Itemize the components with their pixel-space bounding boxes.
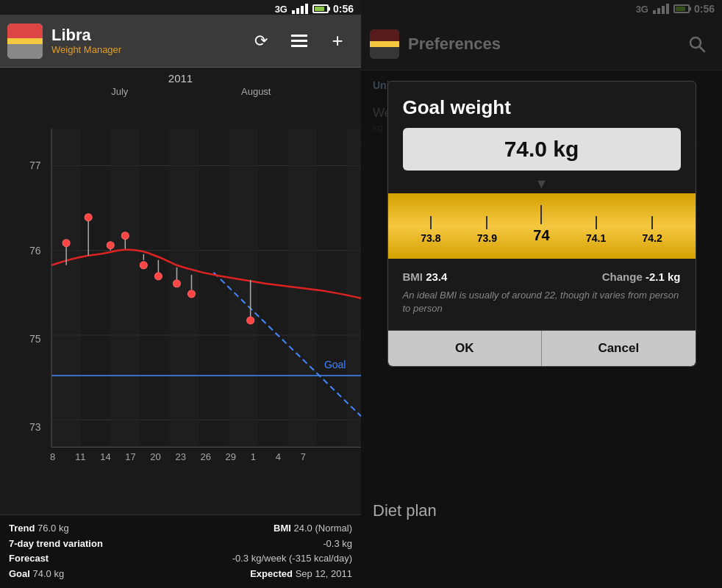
svg-text:76: 76 [29,245,41,257]
signal-bars-left [292,4,308,14]
goal-stat: Goal 74.0 kg [9,567,64,582]
forecast-stat: Forecast [9,551,49,567]
dialog-arrow: ▼ [388,176,696,192]
svg-point-25 [107,242,114,249]
tick-73-9: 73.9 [477,216,497,244]
chart-months: July August [0,86,361,97]
tick-73-8: 73.8 [421,216,440,244]
svg-text:17: 17 [125,451,135,462]
list-button[interactable] [283,25,315,57]
tick-label-3: 74 [533,227,549,244]
week-value: -0.3 kg [323,537,352,552]
svg-text:11: 11 [75,451,85,462]
svg-point-27 [121,232,129,240]
dialog-bmi-section: BMI 23.4 Change -2.1 kg An ideal BMI is … [388,259,696,321]
svg-point-33 [173,280,180,287]
svg-point-31 [154,273,162,280]
app-icon [7,24,43,59]
month-july: July [51,86,188,97]
svg-text:73: 73 [29,421,41,433]
slider-ticks: 73.8 73.9 74 74.1 [388,205,696,244]
tick-74: 74 [533,205,549,244]
bmi-note: An ideal BMI is usually of around 22, th… [403,289,681,315]
goal-weight-dialog: Goal weight 74.0 kg ▼ 73.8 73.9 [387,81,696,367]
bmi-item: BMI 23.4 [403,270,448,283]
tick-mark-1 [430,216,432,229]
app-title-group: Libra Weight Manager [51,26,245,55]
svg-text:1: 1 [251,451,256,462]
ok-button[interactable]: OK [388,331,543,366]
diet-plan-label: Diet plan [361,492,722,529]
svg-text:23: 23 [175,451,185,462]
dialog-buttons: OK Cancel [388,330,696,366]
app-header: Libra Weight Manager ⟳ + [0,15,361,68]
network-label-left: 3G [275,4,287,15]
chart-svg: 77 76 75 73 Goal [0,97,361,514]
add-button[interactable]: + [321,25,354,57]
svg-text:14: 14 [100,451,110,462]
stats-row-1: Trend 76.0 kg BMI 24.0 (Normal) [9,521,352,537]
svg-rect-1 [291,40,307,42]
tick-label-5: 74.2 [643,232,662,244]
dialog-title: Goal weight [388,82,696,128]
trend-stat: Trend 76.0 kg [9,521,69,537]
svg-text:77: 77 [29,159,41,171]
svg-rect-11 [51,129,81,445]
tick-label-2: 73.9 [477,232,497,244]
stats-bar: Trend 76.0 kg BMI 24.0 (Normal) 7-day tr… [0,514,361,588]
svg-rect-13 [169,129,199,445]
change-item: Change -2.1 kg [602,270,681,283]
svg-text:7: 7 [301,451,306,462]
diet-plan-area: Diet plan [361,492,722,529]
stats-row-2: 7-day trend variation -0.3 kg [9,537,352,552]
svg-point-37 [247,317,254,324]
slider-track[interactable]: 73.8 73.9 74 74.1 [388,193,696,259]
svg-rect-2 [291,45,307,47]
svg-text:29: 29 [226,451,236,462]
tick-label-4: 74.1 [586,232,606,244]
app-name: Libra [51,26,245,44]
svg-text:4: 4 [276,451,281,462]
tick-mark-5 [651,216,653,229]
tick-74-1: 74.1 [586,216,606,244]
svg-text:8: 8 [50,451,55,462]
left-panel: 3G 0:56 Libra Weight Manager ⟳ + [0,0,361,588]
svg-point-35 [187,290,195,298]
svg-rect-16 [346,129,361,445]
svg-text:Goal: Goal [324,359,346,370]
week-stat: 7-day trend variation [9,537,103,552]
battery-left [312,4,329,13]
chart-year: 2011 [0,68,361,86]
svg-text:26: 26 [201,451,211,462]
svg-text:75: 75 [29,333,41,345]
expected-stat: Expected Sep 12, 2011 [250,567,352,582]
tick-mark-3 [540,205,542,224]
stats-row-4: Goal 74.0 kg Expected Sep 12, 2011 [9,567,352,582]
month-august: August [188,86,325,97]
svg-point-29 [140,262,147,269]
forecast-value: -0.3 kg/week (-315 kcal/day) [232,551,352,567]
dialog-value: 74.0 kg [403,128,681,171]
tick-mark-4 [596,216,597,229]
chart-area: 2011 July August 77 76 75 73 [0,68,361,514]
svg-rect-12 [110,129,140,445]
header-actions: ⟳ + [245,25,354,57]
svg-rect-0 [291,35,307,37]
tick-label-1: 73.8 [421,232,440,244]
svg-point-21 [62,240,70,247]
cancel-button[interactable]: Cancel [542,331,696,366]
time-left: 0:56 [333,3,354,15]
bmi-stat: BMI 24.0 (Normal) [274,521,352,537]
tick-mark-2 [486,216,487,229]
right-panel: 3G 0:56 Preferences Units Weight unit kg [361,0,722,588]
svg-text:20: 20 [150,451,160,462]
svg-rect-14 [229,129,258,445]
svg-point-23 [85,214,92,221]
stats-row-3: Forecast -0.3 kg/week (-315 kcal/day) [9,551,352,567]
bmi-row: BMI 23.4 Change -2.1 kg [403,270,681,283]
tick-74-2: 74.2 [643,216,662,244]
refresh-button[interactable]: ⟳ [245,25,277,57]
app-subtitle: Weight Manager [51,44,245,55]
